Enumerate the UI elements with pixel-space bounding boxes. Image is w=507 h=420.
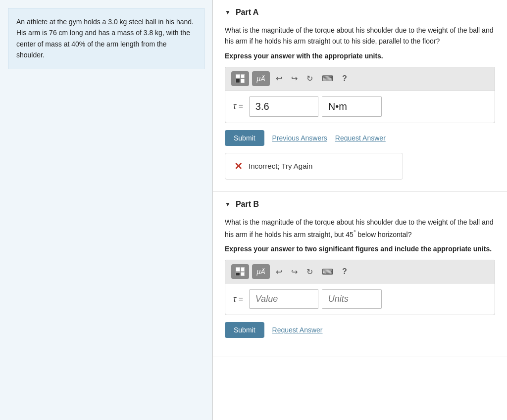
part-b-collapse-arrow[interactable]: ▼ — [225, 201, 231, 208]
part-a-keyboard-icon: ⌨ — [322, 74, 333, 83]
part-a-answer-area: μÄ ↩ ↪ ↻ ⌨ ? τ = — [225, 67, 495, 123]
part-a-units-display: N•m — [322, 96, 382, 117]
part-b-value-input[interactable] — [249, 289, 318, 309]
part-a-undo-icon: ↩ — [276, 74, 282, 83]
part-b-redo-icon: ↪ — [291, 267, 298, 277]
problem-text: An athlete at the gym holds a 3.0 kg ste… — [16, 18, 194, 59]
part-b-action-row: Submit Request Answer — [225, 322, 495, 338]
part-b-section: ▼ Part B What is the magnitude of the to… — [213, 192, 507, 357]
part-b-tau-label: τ = — [233, 295, 243, 304]
part-a-section: ▼ Part A What is the magnitude of the to… — [213, 0, 507, 192]
part-b-express-note: Express your answer to two significant f… — [225, 245, 495, 253]
part-b-help-button[interactable]: ? — [339, 265, 350, 278]
part-b-mu-button[interactable]: μÄ — [252, 264, 270, 279]
part-b-redo-button[interactable]: ↪ — [288, 265, 301, 279]
part-b-mu-label: μÄ — [256, 268, 265, 276]
part-b-grid-button[interactable] — [231, 264, 249, 279]
part-b-submit-button[interactable]: Submit — [225, 322, 264, 338]
right-panel: ▼ Part A What is the magnitude of the to… — [213, 0, 507, 420]
part-a-previous-answers-button[interactable]: Previous Answers — [272, 134, 327, 142]
part-a-refresh-button[interactable]: ↻ — [304, 72, 316, 85]
part-a-header: ▼ Part A — [225, 8, 495, 17]
part-b-question: What is the magnitude of the torque abou… — [225, 217, 495, 240]
part-a-refresh-icon: ↻ — [306, 74, 313, 83]
part-a-mu-label: μÄ — [256, 75, 265, 83]
part-b-title: Part B — [236, 200, 259, 209]
part-b-units-input[interactable] — [322, 289, 382, 309]
part-a-help-button[interactable]: ? — [339, 72, 350, 85]
part-b-undo-button[interactable]: ↩ — [273, 265, 285, 279]
part-a-feedback-box: ✕ Incorrect; Try Again — [225, 153, 403, 180]
problem-statement: An athlete at the gym holds a 3.0 kg ste… — [8, 8, 204, 69]
part-b-refresh-icon: ↻ — [306, 267, 313, 277]
part-a-collapse-arrow[interactable]: ▼ — [225, 9, 231, 16]
part-a-units-text: N•m — [328, 101, 347, 112]
part-a-redo-button[interactable]: ↪ — [288, 72, 301, 85]
part-b-toolbar: μÄ ↩ ↪ ↻ ⌨ ? — [225, 260, 495, 283]
part-b-refresh-button[interactable]: ↻ — [304, 265, 316, 279]
left-panel: An athlete at the gym holds a 3.0 kg ste… — [0, 0, 213, 420]
part-b-request-answer-button[interactable]: Request Answer — [272, 326, 323, 334]
part-a-value-input[interactable] — [249, 96, 318, 117]
part-b-help-icon: ? — [342, 267, 347, 276]
part-a-action-row: Submit Previous Answers Request Answer — [225, 130, 495, 146]
part-a-redo-icon: ↪ — [291, 74, 298, 83]
incorrect-text: Incorrect; Try Again — [249, 162, 312, 170]
part-a-mu-button[interactable]: μÄ — [252, 71, 270, 86]
part-b-input-row: τ = — [225, 283, 495, 315]
part-a-title: Part A — [236, 8, 259, 17]
part-a-help-icon: ? — [342, 74, 347, 83]
incorrect-x-icon: ✕ — [234, 160, 243, 172]
part-a-grid-button[interactable] — [231, 71, 249, 86]
part-b-header: ▼ Part B — [225, 200, 495, 209]
part-a-request-answer-button[interactable]: Request Answer — [335, 134, 386, 142]
part-a-undo-button[interactable]: ↩ — [273, 72, 285, 85]
part-a-submit-button[interactable]: Submit — [225, 130, 264, 146]
part-a-express-note: Express your answer with the appropriate… — [225, 52, 495, 60]
part-b-keyboard-button[interactable]: ⌨ — [319, 265, 336, 279]
part-b-keyboard-icon: ⌨ — [322, 267, 333, 277]
part-a-keyboard-button[interactable]: ⌨ — [319, 72, 336, 85]
part-a-question: What is the magnitude of the torque abou… — [225, 25, 495, 47]
part-a-toolbar: μÄ ↩ ↪ ↻ ⌨ ? — [225, 67, 495, 91]
part-b-answer-area: μÄ ↩ ↪ ↻ ⌨ ? τ = — [225, 260, 495, 315]
part-a-tau-label: τ = — [233, 102, 243, 111]
part-b-undo-icon: ↩ — [276, 267, 282, 277]
part-a-input-row: τ = N•m — [225, 91, 495, 123]
